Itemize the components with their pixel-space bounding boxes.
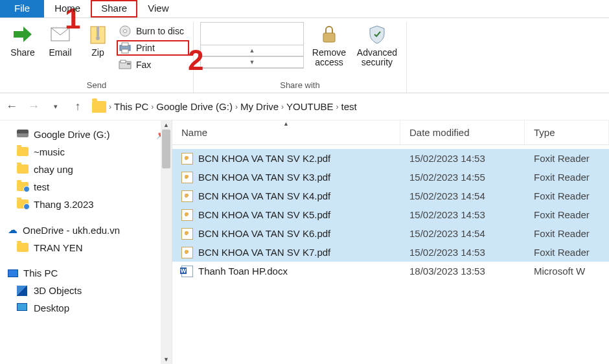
- tree-item-label: Thang 3.2023: [34, 199, 94, 210]
- zip-button[interactable]: Zip: [79, 22, 117, 58]
- fax-button[interactable]: Fax: [117, 57, 189, 73]
- tree-item[interactable]: ~music: [5, 143, 169, 161]
- tree-item[interactable]: Google Drive (G:) 📌: [5, 126, 169, 143]
- tree-item[interactable]: Thang 3.2023: [5, 196, 169, 213]
- nav-forward-button[interactable]: →: [26, 99, 41, 115]
- tree-group-onedrive[interactable]: ☁ OneDrive - ukh.edu.vn: [5, 221, 169, 239]
- cloud-icon: ☁: [8, 224, 17, 236]
- breadcrumb-folder-icon: [92, 101, 106, 113]
- svg-rect-2: [97, 27, 99, 37]
- folder-icon: [17, 243, 29, 253]
- send-group-label: Send: [87, 80, 106, 93]
- table-row[interactable]: BCN KHOA VA TAN SV K7.pdf15/02/2023 14:5…: [172, 243, 609, 262]
- tab-share[interactable]: Share: [91, 0, 137, 17]
- desktop-icon: [17, 303, 29, 313]
- file-name: BCN KHOA VA TAN SV K5.pdf: [198, 209, 330, 220]
- remove-access-label: Remove access: [306, 48, 352, 68]
- crumb-youtube[interactable]: YOUTUBE: [286, 101, 334, 112]
- file-type: Foxit Reader: [525, 153, 609, 164]
- body-split: Google Drive (G:) 📌 ~music chay ung test…: [0, 120, 609, 364]
- tree-item-label: TRAN YEN: [34, 242, 83, 253]
- tab-file[interactable]: File: [0, 0, 44, 17]
- share-with-scroll-up[interactable]: ▲: [201, 45, 303, 56]
- chevron-right-icon[interactable]: ›: [151, 102, 154, 111]
- list-rows: BCN KHOA VA TAN SV K2.pdf15/02/2023 14:5…: [172, 145, 609, 280]
- zip-label: Zip: [91, 48, 104, 58]
- tree-item[interactable]: test: [5, 178, 169, 196]
- nav-back-button[interactable]: ←: [4, 99, 19, 115]
- burn-to-disc-button[interactable]: Burn to disc: [117, 23, 189, 39]
- tree-item[interactable]: TRAN YEN: [5, 239, 169, 256]
- crumb-test[interactable]: test: [341, 101, 357, 112]
- ribbon-group-send: Share Email Zip Burn to disc: [0, 22, 194, 93]
- share-with-scroll-down[interactable]: ▼: [201, 56, 303, 68]
- tree-item-label: Google Drive (G:): [34, 129, 110, 140]
- tree-item-label: 3D Objects: [34, 285, 82, 296]
- pdf-file-icon: [181, 228, 193, 240]
- folder-icon: [17, 147, 29, 157]
- column-header-date[interactable]: Date modified: [400, 120, 525, 144]
- advanced-security-button[interactable]: Advanced security: [352, 22, 402, 68]
- tree-item[interactable]: chay ung: [5, 161, 169, 178]
- scroll-thumb[interactable]: [162, 130, 170, 168]
- crumb-drive[interactable]: Google Drive (G:): [156, 101, 233, 112]
- tab-home[interactable]: Home: [44, 0, 91, 17]
- tree-item-label: chay ung: [34, 164, 73, 175]
- file-name: Thanh Toan HP.docx: [198, 266, 288, 277]
- file-date: 15/02/2023 14:54: [400, 190, 525, 201]
- tree-group-label: This PC: [23, 267, 58, 279]
- pdf-file-icon: [181, 247, 193, 258]
- table-row[interactable]: BCN KHOA VA TAN SV K2.pdf15/02/2023 14:5…: [172, 149, 609, 168]
- scroll-up-arrow[interactable]: ▲: [161, 120, 172, 130]
- table-row[interactable]: BCN KHOA VA TAN SV K5.pdf15/02/2023 14:5…: [172, 205, 609, 224]
- tree-scrollbar[interactable]: ▲ ▼: [161, 120, 172, 364]
- pdf-file-icon: [181, 209, 193, 221]
- file-name: BCN KHOA VA TAN SV K6.pdf: [198, 228, 330, 239]
- chevron-right-icon[interactable]: ›: [336, 102, 339, 111]
- column-label: Date modified: [409, 127, 470, 138]
- tree-group-this-pc[interactable]: This PC: [5, 264, 169, 282]
- print-button[interactable]: Print: [117, 40, 189, 56]
- crumb-this-pc[interactable]: This PC: [114, 101, 148, 112]
- folder-shared-icon: [17, 182, 29, 192]
- share-button[interactable]: Share: [4, 22, 41, 58]
- fax-label: Fax: [136, 60, 151, 70]
- file-type: Foxit Reader: [525, 228, 609, 239]
- table-row[interactable]: BCN KHOA VA TAN SV K6.pdf15/02/2023 14:5…: [172, 224, 609, 243]
- column-header-type[interactable]: Type: [525, 120, 609, 144]
- nav-up-button[interactable]: ↑: [70, 99, 86, 115]
- cube-icon: [17, 286, 29, 296]
- sort-ascending-icon: ▲: [283, 120, 289, 127]
- file-date: 15/02/2023 14:53: [400, 153, 525, 164]
- table-row[interactable]: BCN KHOA VA TAN SV K4.pdf15/02/2023 14:5…: [172, 187, 609, 205]
- file-type: Foxit Reader: [525, 190, 609, 201]
- tree-item[interactable]: 3D Objects: [5, 282, 169, 299]
- chevron-right-icon[interactable]: ›: [109, 102, 111, 111]
- svg-point-5: [124, 30, 127, 33]
- folder-icon: [17, 165, 29, 175]
- table-row[interactable]: BCN KHOA VA TAN SV K3.pdf15/02/2023 14:5…: [172, 168, 609, 187]
- file-type: Foxit Reader: [525, 209, 609, 220]
- table-row[interactable]: Thanh Toan HP.docx18/03/2023 13:53Micros…: [172, 262, 609, 280]
- email-button[interactable]: Email: [41, 22, 79, 58]
- nav-history-button[interactable]: ▾: [48, 99, 63, 115]
- share-with-list[interactable]: ▲ ▼: [200, 22, 304, 69]
- chevron-right-icon[interactable]: ›: [281, 102, 284, 111]
- lock-icon: [318, 23, 340, 45]
- scroll-down-arrow[interactable]: ▼: [161, 355, 172, 364]
- navigation-tree: Google Drive (G:) 📌 ~music chay ung test…: [0, 120, 172, 364]
- fax-icon: [118, 58, 132, 71]
- column-label: Name: [181, 127, 207, 138]
- pdf-file-icon: [181, 153, 193, 165]
- tab-view[interactable]: View: [137, 0, 179, 17]
- crumb-my-drive[interactable]: My Drive: [240, 101, 279, 112]
- navigation-bar: ← → ▾ ↑ › This PC › Google Drive (G:) › …: [0, 93, 609, 120]
- tree-item[interactable]: Desktop: [5, 299, 169, 317]
- file-date: 18/03/2023 13:53: [400, 266, 525, 277]
- remove-access-button[interactable]: Remove access: [306, 22, 352, 68]
- share-with-group-label: Share with: [280, 80, 319, 93]
- column-header-name[interactable]: ▲ Name: [172, 120, 400, 144]
- chevron-right-icon[interactable]: ›: [235, 102, 238, 111]
- file-name: BCN KHOA VA TAN SV K7.pdf: [198, 247, 330, 258]
- ribbon-group-share-with: ▲ ▼ Remove access Advanced security Shar…: [194, 22, 407, 93]
